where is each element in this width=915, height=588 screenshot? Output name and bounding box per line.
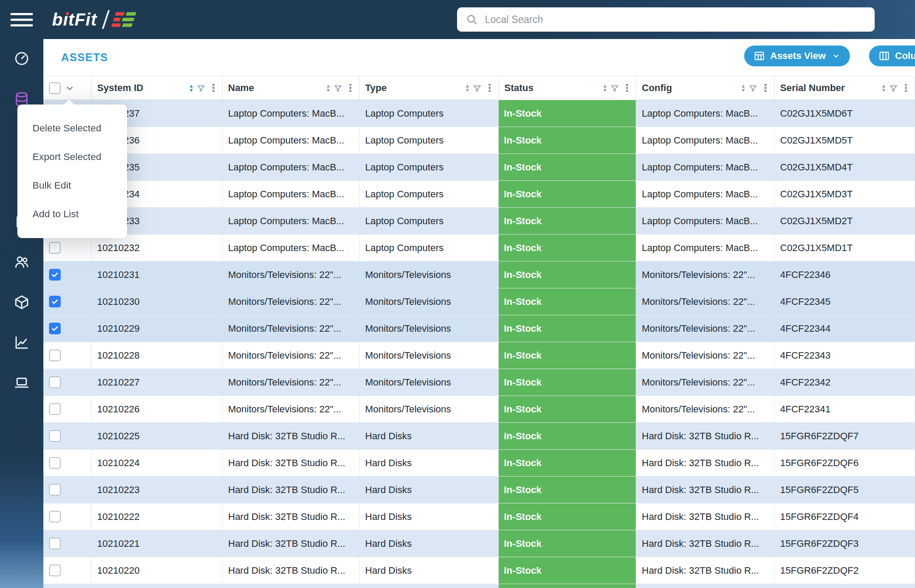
bulk-actions-chevron-icon[interactable] bbox=[65, 83, 75, 93]
row-select-cell bbox=[43, 315, 92, 342]
row-checkbox[interactable] bbox=[49, 323, 61, 334]
cell-config: Monitors/Televisions: 22"... bbox=[636, 342, 774, 369]
filter-icon[interactable] bbox=[889, 84, 898, 92]
table-row[interactable]: 10210225Hard Disk: 32TB Studio R...Hard … bbox=[43, 423, 915, 450]
table-row[interactable]: 10210232Laptop Computers: MacB...Laptop … bbox=[43, 235, 915, 261]
cell-type: Hard Disks bbox=[359, 503, 499, 530]
kebab-menu-icon[interactable]: ⋮ bbox=[484, 83, 495, 93]
sort-icon[interactable]: ▲▼ bbox=[326, 84, 331, 92]
kebab-menu-icon[interactable]: ⋮ bbox=[901, 83, 911, 93]
row-checkbox[interactable] bbox=[49, 403, 61, 415]
cell-type: Laptop Computers bbox=[359, 127, 499, 154]
kebab-menu-icon[interactable]: ⋮ bbox=[208, 83, 219, 93]
table-row[interactable]: 10210229Monitors/Televisions: 22"...Moni… bbox=[43, 315, 915, 342]
row-checkbox[interactable] bbox=[49, 296, 61, 307]
table-row[interactable]: 10210236Laptop Computers: MacB...Laptop … bbox=[43, 127, 915, 154]
laptop-icon bbox=[14, 375, 29, 391]
filter-icon[interactable] bbox=[611, 84, 619, 92]
cell-config: Laptop Computers: MacB... bbox=[636, 208, 774, 234]
kebab-menu-icon[interactable]: ⋮ bbox=[345, 83, 356, 93]
row-checkbox[interactable] bbox=[49, 269, 61, 281]
cell-system-id: 10210231 bbox=[92, 261, 222, 288]
row-select-cell bbox=[43, 557, 92, 584]
sidebar-item-users[interactable] bbox=[12, 252, 31, 271]
table-row[interactable]: 10210227Monitors/Televisions: 22"...Moni… bbox=[43, 369, 915, 396]
row-checkbox[interactable] bbox=[49, 565, 61, 576]
table-row[interactable]: 10210228Monitors/Televisions: 22"...Moni… bbox=[43, 342, 915, 369]
table-row[interactable] bbox=[43, 584, 915, 588]
row-checkbox[interactable] bbox=[49, 484, 61, 496]
column-header-system-id[interactable]: System ID▲▼⋮ bbox=[92, 76, 222, 100]
cell-config: Laptop Computers: MacB... bbox=[636, 154, 774, 180]
table-row[interactable]: 10210233Laptop Computers: MacB...Laptop … bbox=[43, 208, 915, 235]
status-badge: In-Stock bbox=[499, 208, 636, 234]
row-checkbox[interactable] bbox=[49, 242, 61, 254]
sidebar-item-dashboard[interactable] bbox=[12, 49, 31, 68]
table-header: System ID▲▼⋮Name▲▼⋮Type▲▼⋮Status▲▼⋮Confi… bbox=[43, 76, 915, 100]
sidebar-item-devices[interactable] bbox=[12, 373, 31, 392]
menu-item-export-selected[interactable]: Export Selected bbox=[17, 143, 127, 171]
table-row[interactable]: 10210223Hard Disk: 32TB Studio R...Hard … bbox=[43, 477, 915, 503]
table-row[interactable]: 10210220Hard Disk: 32TB Studio R...Hard … bbox=[43, 557, 915, 584]
status-badge: In-Stock bbox=[499, 503, 636, 530]
column-header-serial-number[interactable]: Serial Number▲▼⋮ bbox=[774, 76, 915, 100]
column-header-name[interactable]: Name▲▼⋮ bbox=[222, 76, 359, 100]
status-badge: In-Stock bbox=[499, 369, 636, 395]
cell-name: Laptop Computers: MacB... bbox=[222, 154, 359, 180]
sort-icon[interactable]: ▲▼ bbox=[189, 84, 194, 92]
filter-icon[interactable] bbox=[749, 84, 757, 92]
menu-item-bulk-edit[interactable]: Bulk Edit bbox=[17, 171, 127, 200]
table-row[interactable]: 10210234Laptop Computers: MacB...Laptop … bbox=[43, 181, 915, 208]
sort-icon[interactable]: ▲▼ bbox=[741, 84, 746, 92]
cell-system-id: 10210220 bbox=[92, 557, 222, 584]
table-row[interactable]: 10210222Hard Disk: 32TB Studio R...Hard … bbox=[43, 503, 915, 530]
sidebar-item-reports[interactable] bbox=[12, 333, 31, 352]
filter-icon[interactable] bbox=[197, 84, 205, 92]
row-select-cell bbox=[43, 261, 92, 288]
row-select-cell bbox=[43, 450, 92, 476]
row-checkbox[interactable] bbox=[49, 350, 61, 361]
sidebar-item-inventory[interactable] bbox=[12, 293, 31, 312]
cell-serial: 15FGR6F2ZDQF7 bbox=[774, 423, 915, 449]
select-all-checkbox[interactable] bbox=[49, 82, 61, 94]
column-header-status[interactable]: Status▲▼⋮ bbox=[499, 76, 636, 100]
table-row[interactable]: 10210226Monitors/Televisions: 22"...Moni… bbox=[43, 396, 915, 423]
kebab-menu-icon[interactable]: ⋮ bbox=[760, 83, 771, 93]
table-row[interactable]: 10210231Monitors/Televisions: 22"...Moni… bbox=[43, 261, 915, 288]
row-checkbox[interactable] bbox=[49, 538, 61, 549]
menu-item-delete-selected[interactable]: Delete Selected bbox=[17, 114, 127, 143]
table-row[interactable]: 10210235Laptop Computers: MacB...Laptop … bbox=[43, 154, 915, 181]
cell-serial bbox=[774, 584, 915, 588]
search-input[interactable] bbox=[485, 14, 866, 26]
cell-type: Laptop Computers bbox=[359, 208, 499, 234]
column-header-type[interactable]: Type▲▼⋮ bbox=[359, 76, 499, 100]
status-badge: In-Stock bbox=[499, 235, 636, 261]
sort-icon[interactable]: ▲▼ bbox=[602, 84, 608, 92]
row-checkbox[interactable] bbox=[49, 457, 61, 469]
column-label: Serial Number bbox=[780, 82, 881, 94]
column-header-config[interactable]: Config▲▼⋮ bbox=[636, 76, 774, 100]
cell-name: Hard Disk: 32TB Studio R... bbox=[222, 503, 359, 530]
hamburger-menu-icon[interactable] bbox=[10, 10, 33, 30]
brand-logo: bıtFit bbox=[52, 10, 134, 29]
row-checkbox[interactable] bbox=[49, 430, 61, 442]
status-badge: In-Stock bbox=[499, 100, 636, 127]
assets-view-button[interactable]: Assets View bbox=[744, 46, 850, 66]
menu-item-add-to-list[interactable]: Add to List bbox=[17, 200, 127, 229]
table-row[interactable]: 10210237Laptop Computers: MacB...Laptop … bbox=[43, 100, 915, 127]
cell-config: Hard Disk: 32TB Studio R... bbox=[636, 450, 774, 476]
filter-icon[interactable] bbox=[473, 84, 481, 92]
columns-button[interactable]: Columns bbox=[869, 46, 915, 66]
cell-serial: 4FCF22345 bbox=[774, 288, 915, 315]
filter-icon[interactable] bbox=[334, 84, 342, 92]
kebab-menu-icon[interactable]: ⋮ bbox=[622, 83, 632, 93]
table-row[interactable]: 10210224Hard Disk: 32TB Studio R...Hard … bbox=[43, 450, 915, 477]
page-title: ASSETS bbox=[61, 51, 108, 64]
table-row[interactable]: 10210221Hard Disk: 32TB Studio R...Hard … bbox=[43, 530, 915, 557]
row-checkbox[interactable] bbox=[49, 511, 61, 523]
sort-icon[interactable]: ▲▼ bbox=[465, 84, 470, 92]
table-row[interactable]: 10210230Monitors/Televisions: 22"...Moni… bbox=[43, 288, 915, 315]
row-checkbox[interactable] bbox=[49, 376, 61, 388]
sort-icon[interactable]: ▲▼ bbox=[881, 84, 886, 92]
cell-name: Hard Disk: 32TB Studio R... bbox=[222, 423, 359, 449]
